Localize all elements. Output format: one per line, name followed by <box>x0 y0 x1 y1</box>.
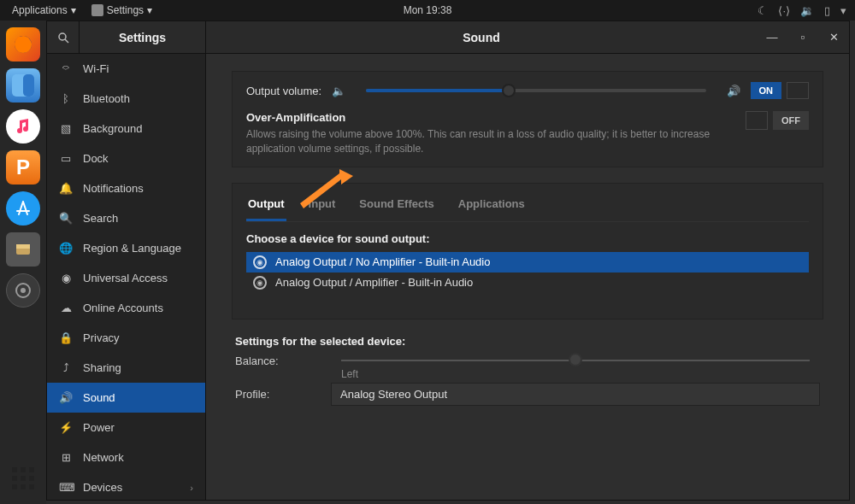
battery-icon[interactable]: ▯ <box>824 4 830 17</box>
sidebar-item-wifi[interactable]: ⌔Wi-Fi <box>47 54 205 84</box>
dock-app-settings[interactable] <box>6 273 40 308</box>
dock-app-presentation[interactable]: P <box>6 150 40 185</box>
bell-icon: 🔔 <box>59 182 73 195</box>
sidebar-item-network[interactable]: ⊞Network <box>47 442 205 472</box>
sidebar-item-background[interactable]: ▧Background <box>47 114 205 144</box>
app-title: Settings <box>80 31 205 44</box>
sidebar-item-online-accounts[interactable]: ☁Online Accounts <box>47 293 205 323</box>
sidebar-item-power[interactable]: ⚡Power <box>47 413 205 442</box>
speaker-icon: ◉ <box>253 255 267 269</box>
output-volume-section: Output volume: 🔈 🔊 ON Over-Amplification <box>232 71 823 167</box>
titlebar: Settings Sound ― ▫ ✕ <box>47 21 849 54</box>
device-row[interactable]: ◉ Analog Output / No Amplifier - Built-i… <box>246 252 809 273</box>
svg-rect-4 <box>16 244 30 249</box>
wifi-icon: ⌔ <box>59 62 73 75</box>
balance-slider[interactable]: Left <box>341 360 810 361</box>
dock: P <box>0 21 46 504</box>
sidebar-item-search[interactable]: 🔍Search <box>47 203 205 233</box>
applications-label: Applications <box>12 4 68 16</box>
settings-window: Settings Sound ― ▫ ✕ ⌔Wi-Fi ᛒBluetooth ▧… <box>46 21 850 501</box>
settings-menu[interactable]: Settings ▾ <box>88 4 156 16</box>
output-on-toggle[interactable]: ON <box>751 82 810 99</box>
choose-device-label: Choose a device for sound output: <box>246 232 809 245</box>
network-icon[interactable]: ⟨·⟩ <box>778 4 790 17</box>
dock-app-firefox[interactable] <box>6 27 40 62</box>
accessibility-icon: ◉ <box>59 272 73 284</box>
dropdown-icon: ▾ <box>147 4 152 16</box>
sidebar-item-devices[interactable]: ⌨Devices› <box>47 472 205 500</box>
sidebar-item-sound[interactable]: 🔊Sound <box>47 383 205 413</box>
bluetooth-icon: ᛒ <box>59 92 73 105</box>
dropdown-icon[interactable]: ▾ <box>840 4 846 17</box>
output-device-list: ◉ Analog Output / No Amplifier - Built-i… <box>246 252 809 293</box>
gear-icon <box>91 4 103 16</box>
balance-left-label: Left <box>341 368 358 380</box>
close-button[interactable]: ✕ <box>818 21 849 54</box>
tab-applications[interactable]: Applications <box>457 194 527 221</box>
dock-icon: ▭ <box>59 152 73 165</box>
profile-label: Profile: <box>235 388 321 401</box>
devices-icon: ⌨ <box>59 481 73 494</box>
chevron-right-icon: › <box>190 483 193 493</box>
top-panel: Applications ▾ Settings ▾ Mon 19:38 ☾ ⟨·… <box>0 0 855 21</box>
sidebar-item-notifications[interactable]: 🔔Notifications <box>47 173 205 203</box>
volume-high-icon: 🔊 <box>727 85 740 97</box>
dropdown-icon: ▾ <box>71 4 76 16</box>
device-row[interactable]: ◉ Analog Output / Amplifier - Built-in A… <box>246 273 809 293</box>
svg-rect-2 <box>23 74 34 97</box>
volume-low-icon: 🔈 <box>332 85 345 97</box>
window-controls: ― ▫ ✕ <box>757 21 849 54</box>
overamp-toggle[interactable]: OFF <box>746 111 809 130</box>
sidebar-item-dock[interactable]: ▭Dock <box>47 144 205 173</box>
power-icon: ⚡ <box>59 421 73 434</box>
overamp-title: Over-Amplification <box>246 111 728 124</box>
panel-title: Sound <box>206 31 757 44</box>
overamp-desc: Allows raising the volume above 100%. Th… <box>246 127 728 156</box>
settings-for-device-label: Settings for the selected device: <box>235 335 820 348</box>
svg-point-7 <box>59 33 66 40</box>
output-volume-label: Output volume: <box>246 85 321 97</box>
lock-icon: 🔒 <box>59 331 73 344</box>
cloud-icon: ☁ <box>59 302 73 314</box>
svg-point-6 <box>21 288 26 293</box>
sidebar-item-privacy[interactable]: 🔒Privacy <box>47 323 205 353</box>
maximize-button[interactable]: ▫ <box>787 21 818 54</box>
dock-app-finder[interactable] <box>6 68 40 103</box>
volume-icon[interactable]: 🔉 <box>800 4 814 17</box>
night-icon[interactable]: ☾ <box>758 4 768 17</box>
applications-menu[interactable]: Applications ▾ <box>9 4 80 16</box>
tab-sound-effects[interactable]: Sound Effects <box>357 194 435 221</box>
sidebar-item-universal-access[interactable]: ◉Universal Access <box>47 263 205 293</box>
network-icon: ⊞ <box>59 451 73 464</box>
device-section: Output Input Sound Effects Applications … <box>232 183 823 319</box>
sound-tabs: Output Input Sound Effects Applications <box>246 194 809 222</box>
dock-app-store[interactable] <box>6 191 40 226</box>
tab-output[interactable]: Output <box>246 194 286 221</box>
tab-input[interactable]: Input <box>307 194 338 221</box>
dock-app-disk[interactable] <box>6 232 40 267</box>
sidebar-item-sharing[interactable]: ⤴Sharing <box>47 353 205 383</box>
share-icon: ⤴ <box>59 361 73 374</box>
app-launcher[interactable] <box>8 463 38 494</box>
svg-line-8 <box>65 39 68 43</box>
content-area: Output volume: 🔈 🔊 ON Over-Amplification <box>206 54 849 500</box>
clock: Mon 19:38 <box>404 4 452 16</box>
profile-dropdown[interactable]: Analog Stereo Output <box>331 383 820 406</box>
speaker-icon: 🔊 <box>59 391 73 404</box>
output-volume-slider[interactable] <box>366 89 705 92</box>
sidebar: ⌔Wi-Fi ᛒBluetooth ▧Background ▭Dock 🔔Not… <box>47 54 206 500</box>
sidebar-item-region[interactable]: 🌐Region & Language <box>47 233 205 263</box>
search-icon: 🔍 <box>59 212 73 225</box>
globe-icon: 🌐 <box>59 242 73 255</box>
dock-app-music[interactable] <box>6 109 40 144</box>
background-icon: ▧ <box>59 122 73 135</box>
balance-label: Balance: <box>235 355 321 367</box>
speaker-icon: ◉ <box>253 276 267 290</box>
sidebar-item-bluetooth[interactable]: ᛒBluetooth <box>47 84 205 114</box>
system-tray: ☾ ⟨·⟩ 🔉 ▯ ▾ <box>758 4 846 17</box>
sidebar-search-button[interactable] <box>47 21 80 53</box>
settings-menu-label: Settings <box>107 4 144 16</box>
minimize-button[interactable]: ― <box>757 21 787 54</box>
